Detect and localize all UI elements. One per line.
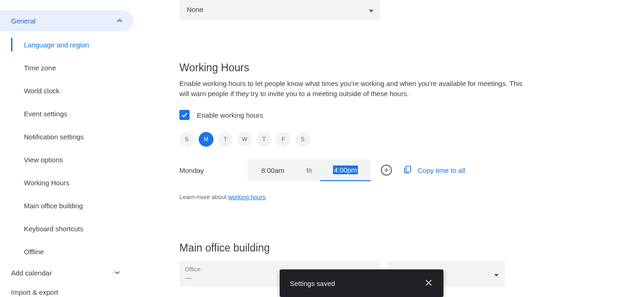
toast-close-button[interactable]	[424, 278, 433, 289]
sidebar-subnav: Language and region Time zone World cloc…	[0, 33, 133, 263]
day-sunday[interactable]: S	[179, 132, 194, 147]
dropdown-value: None	[187, 6, 203, 13]
to-label: to	[298, 160, 320, 181]
learn-more-text: Learn more about working hours.	[179, 194, 584, 200]
day-friday[interactable]: F	[276, 132, 291, 147]
section-title: Working Hours	[179, 62, 584, 74]
sidebar-item-notification-settings[interactable]: Notification settings	[11, 125, 133, 148]
dropdown-value: —	[185, 274, 192, 281]
day-monday[interactable]: M	[199, 132, 213, 147]
time-range: 8:00am to 4:00pm	[247, 160, 371, 181]
chevron-up-icon	[115, 16, 124, 25]
toast-message: Settings saved	[290, 280, 335, 287]
sidebar-section-general[interactable]: General	[0, 10, 133, 31]
day-wednesday[interactable]: W	[237, 132, 252, 147]
sidebar-item-language-region[interactable]: Language and region	[11, 33, 133, 56]
day-tuesday[interactable]: T	[218, 132, 233, 147]
copy-icon	[403, 165, 412, 176]
sidebar-item-event-settings[interactable]: Event settings	[11, 102, 133, 125]
sidebar-section-label: General	[11, 17, 35, 25]
day-of-week-picker: S M T W T F S	[179, 132, 584, 147]
svg-marker-4	[494, 274, 499, 277]
end-time-input[interactable]: 4:00pm	[320, 160, 371, 181]
section-title: Main office building	[179, 242, 584, 254]
copy-time-to-all-button[interactable]: Copy time to all	[403, 165, 465, 176]
caret-down-icon	[494, 271, 499, 276]
day-label: Monday	[179, 166, 247, 174]
sidebar-item-time-zone[interactable]: Time zone	[11, 56, 133, 79]
day-saturday[interactable]: S	[295, 132, 310, 147]
checkbox-label: Enable working hours	[197, 111, 263, 119]
svg-marker-0	[369, 10, 374, 12]
day-thursday[interactable]: T	[257, 132, 271, 147]
settings-content: None Working Hours Enable working hours …	[133, 0, 644, 297]
sidebar-item-main-office-building[interactable]: Main office building	[11, 194, 133, 217]
add-time-button[interactable]	[381, 165, 392, 176]
sidebar-item-view-options[interactable]: View options	[11, 148, 133, 171]
sidebar-item-world-clock[interactable]: World clock	[11, 79, 133, 102]
sidebar-item-import-export[interactable]: Import & export	[0, 282, 133, 297]
start-time-input[interactable]: 8:00am	[247, 160, 298, 181]
enable-working-hours-checkbox[interactable]	[179, 110, 190, 120]
sidebar-item-offline[interactable]: Offline	[11, 240, 133, 263]
settings-sidebar: General Language and region Time zone Wo…	[0, 0, 133, 297]
svg-rect-3	[406, 166, 411, 172]
close-icon	[424, 281, 433, 289]
sidebar-item-add-calendar[interactable]: Add calendar	[0, 263, 133, 282]
working-hours-section: Working Hours Enable working hours to le…	[179, 62, 584, 200]
enable-working-hours-row: Enable working hours	[179, 110, 584, 120]
sidebar-item-working-hours[interactable]: Working Hours	[11, 171, 133, 194]
top-dropdown[interactable]: None	[179, 0, 380, 20]
chevron-down-icon	[113, 268, 121, 277]
copy-label: Copy time to all	[418, 166, 465, 174]
hours-row: Monday 8:00am to 4:00pm	[179, 160, 584, 181]
dropdown-label: Office	[185, 266, 201, 273]
section-description: Enable working hours to let people know …	[179, 79, 529, 99]
working-hours-help-link[interactable]: working hours	[228, 194, 265, 200]
caret-down-icon	[369, 7, 374, 11]
sidebar-item-keyboard-shortcuts[interactable]: Keyboard shortcuts	[11, 217, 133, 240]
settings-saved-toast: Settings saved	[280, 269, 443, 297]
